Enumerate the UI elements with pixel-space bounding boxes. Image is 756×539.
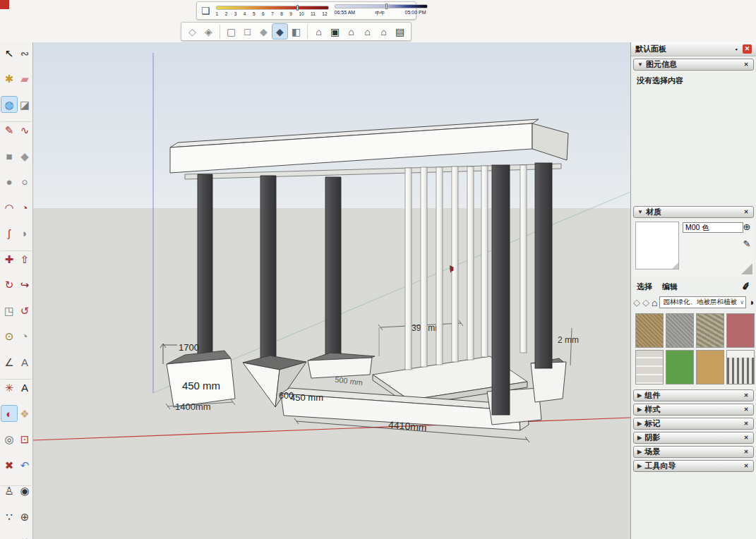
- rotate-tool[interactable]: ↻: [1, 277, 17, 293]
- create-material-icon[interactable]: ⊕: [741, 221, 752, 232]
- filled-arc-tool[interactable]: ◗: [17, 226, 32, 241]
- axes-tool[interactable]: ✳: [1, 380, 17, 396]
- section-scenes[interactable]: ▶场景✕: [633, 446, 754, 458]
- swatch-pebbles[interactable]: [696, 313, 724, 348]
- rectangle-tool[interactable]: ■: [1, 148, 17, 164]
- eyedropper-icon[interactable]: ✐: [741, 280, 752, 293]
- arc-tool[interactable]: ◠: [1, 200, 17, 215]
- forward-icon[interactable]: ◇: [642, 297, 649, 308]
- swatch-pavers[interactable]: [635, 350, 664, 384]
- swatch-gravel-brown[interactable]: [635, 313, 664, 348]
- tray-close-button[interactable]: ✕: [743, 44, 752, 54]
- pattern-sphere-tool[interactable]: ◍: [1, 97, 17, 112]
- date-slider-handle[interactable]: [296, 5, 299, 11]
- back-icon[interactable]: ◇: [633, 297, 640, 308]
- pin-icon[interactable]: ▪: [732, 46, 740, 53]
- top-view-button[interactable]: ▣: [328, 24, 342, 39]
- materials-close-icon[interactable]: ✕: [743, 209, 750, 215]
- material-preview[interactable]: [635, 222, 679, 270]
- shadow-date-slider[interactable]: 123456789101112: [216, 6, 329, 16]
- shaded-button[interactable]: ◆: [256, 24, 271, 39]
- material-name-input[interactable]: [683, 222, 743, 233]
- walk-tool[interactable]: ∵: [1, 509, 17, 524]
- offset-tool[interactable]: ↺: [17, 303, 32, 318]
- section-scenes-close-icon[interactable]: ✕: [743, 449, 750, 455]
- swatch-rose[interactable]: [726, 313, 755, 348]
- previous-view-tool[interactable]: ↶: [17, 457, 32, 473]
- column-2[interactable]: [260, 176, 276, 368]
- material-swatch-tool[interactable]: ◪: [17, 97, 32, 112]
- section-components-close-icon[interactable]: ✕: [743, 392, 750, 399]
- select-tool[interactable]: ↖: [1, 45, 17, 61]
- section-styles[interactable]: ▶样式✕: [633, 404, 754, 416]
- shadow-toggle-icon[interactable]: ❏: [201, 4, 210, 18]
- materials-header[interactable]: ▼ 材质 ✕: [633, 206, 754, 218]
- time-slider-handle[interactable]: [385, 4, 388, 9]
- column-3[interactable]: [325, 177, 341, 360]
- section-tags-close-icon[interactable]: ✕: [743, 420, 750, 427]
- sample-paint-icon[interactable]: ◑: [748, 297, 754, 308]
- section-instructor[interactable]: ▶工具向导✕: [633, 460, 754, 472]
- section-shadows-close-icon[interactable]: ✕: [743, 435, 750, 441]
- section-styles-close-icon[interactable]: ✕: [743, 406, 750, 413]
- section-plane-tool[interactable]: ⊕: [17, 509, 32, 524]
- dimension-tool[interactable]: ∠: [1, 354, 17, 370]
- column-1[interactable]: [198, 174, 212, 363]
- entity-info-close-icon[interactable]: ✕: [743, 61, 750, 68]
- zoom-extents-tool[interactable]: ✖: [1, 457, 17, 473]
- polygon-tool[interactable]: ○: [17, 174, 32, 190]
- home-icon[interactable]: ⌂: [652, 297, 657, 308]
- section-shadows[interactable]: ▶阴影✕: [633, 432, 754, 444]
- back-view-button[interactable]: ⌂: [376, 24, 391, 39]
- shaded-with-textures-button[interactable]: ◆: [272, 24, 287, 39]
- monochrome-button[interactable]: ◧: [289, 24, 304, 39]
- circle-tool[interactable]: ●: [1, 174, 17, 190]
- tool-partial-a[interactable]: ◔: [1, 535, 17, 539]
- paint-bucket-tool[interactable]: ✱: [1, 71, 17, 87]
- lasso-select-tool[interactable]: ∾: [17, 45, 32, 61]
- tray-title-bar[interactable]: 默认面板 ▪ ✕: [631, 42, 756, 56]
- pan-tool[interactable]: ❖: [17, 406, 32, 421]
- entity-info-header[interactable]: ▼ 图元信息 ✕: [633, 59, 754, 71]
- section-instructor-close-icon[interactable]: ✕: [743, 463, 750, 469]
- freehand-tool[interactable]: ∿: [17, 123, 32, 138]
- 3d-text-tool[interactable]: A: [17, 380, 32, 396]
- eraser-tool[interactable]: ▰: [17, 71, 32, 87]
- swatch-gravel-gray[interactable]: [666, 313, 694, 348]
- back-edges-button[interactable]: ◈: [201, 24, 216, 39]
- line-tool[interactable]: ✎: [1, 123, 17, 138]
- tape-measure-tool[interactable]: ⊙: [1, 329, 17, 344]
- secondary-pane-icon[interactable]: ✎: [741, 238, 752, 249]
- text-tool[interactable]: A: [17, 354, 32, 370]
- xray-button[interactable]: ◇: [185, 24, 200, 39]
- swatch-ochre[interactable]: [696, 350, 724, 384]
- scale-tool[interactable]: ◳: [1, 303, 17, 318]
- wireframe-button[interactable]: ▢: [224, 24, 239, 39]
- shadow-time-slider[interactable]: 06:55 AM 中午 05:00 PM: [335, 4, 428, 17]
- rotated-rectangle-tool[interactable]: ◆: [17, 148, 32, 164]
- orbit-tool[interactable]: ◐: [1, 406, 17, 421]
- column-4[interactable]: [492, 165, 510, 415]
- viewport-canvas[interactable]: 390 mm 2 mm 1700 450 mm 1400mm: [33, 42, 630, 539]
- hidden-line-button[interactable]: □: [240, 24, 255, 39]
- zoom-tool[interactable]: ◎: [1, 432, 17, 447]
- curve-tool[interactable]: ʃ: [1, 226, 17, 241]
- front-view-button[interactable]: ⌂: [344, 24, 359, 39]
- left-view-button[interactable]: ▤: [392, 24, 407, 39]
- right-view-button[interactable]: ⌂: [360, 24, 375, 39]
- protractor-tool[interactable]: ◔: [17, 329, 32, 344]
- tool-partial-b[interactable]: ✖: [17, 535, 32, 539]
- section-components[interactable]: ▶组件✕: [633, 389, 754, 401]
- pie-tool[interactable]: ◔: [17, 200, 32, 215]
- collection-dropdown[interactable]: 园林绿化、地被层和植被 ∨: [659, 296, 746, 308]
- push-pull-tool[interactable]: ⇧: [17, 251, 32, 267]
- swatch-fence[interactable]: [726, 350, 755, 384]
- tab-edit[interactable]: 编辑: [662, 281, 678, 292]
- swatch-grass-green[interactable]: [666, 350, 694, 384]
- column-5[interactable]: [535, 163, 552, 368]
- zoom-window-tool[interactable]: ⊡: [17, 432, 32, 447]
- tab-select[interactable]: 选择: [637, 281, 652, 292]
- iso-view-button[interactable]: ⌂: [311, 24, 326, 39]
- follow-me-tool[interactable]: ↪: [17, 277, 32, 293]
- move-tool[interactable]: ✚: [1, 251, 17, 267]
